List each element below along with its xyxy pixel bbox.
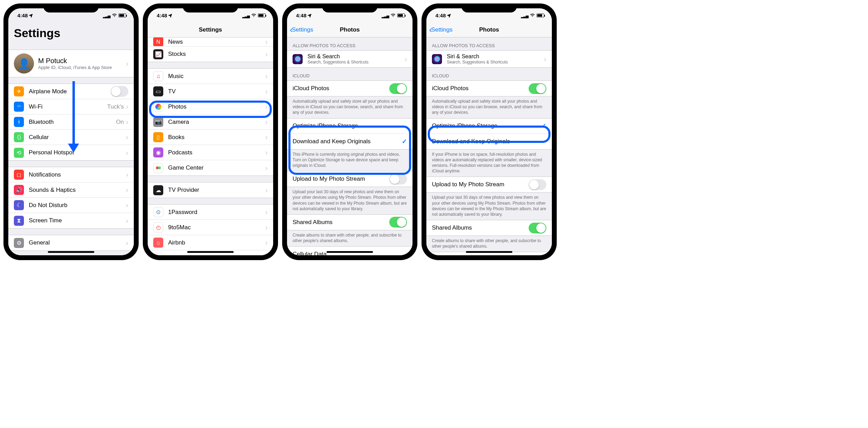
news-row[interactable]: NNews› [148, 37, 273, 46]
download-originals-row[interactable]: Download and Keep Originals✓ [287, 134, 413, 149]
chevron-right-icon: › [126, 186, 128, 194]
airplane-toggle[interactable] [111, 86, 128, 97]
photos-settings-content[interactable]: ALLOW PHOTOS TO ACCESS Siri & SearchSear… [287, 37, 413, 255]
ninetofivemac-row[interactable]: ◴9to5Mac› [148, 220, 273, 235]
row-label: Photos [168, 103, 265, 110]
cellular-icon: ⟨⟩ [14, 132, 24, 142]
books-row[interactable]: ▯Books› [148, 130, 273, 145]
status-time: 4:48 [17, 12, 28, 18]
page-title: Settings [14, 26, 128, 42]
icloud-header: ICLOUD [426, 68, 552, 80]
gamecenter-row[interactable]: Game Center› [148, 160, 273, 176]
general-row[interactable]: ⚙General› [8, 235, 134, 250]
camera-row[interactable]: 📷Camera› [148, 114, 273, 130]
photo-stream-row[interactable]: Upload to My Photo Stream [426, 177, 552, 192]
row-sublabel: Search, Suggestions & Shortcuts [307, 60, 405, 65]
siri-icon [293, 54, 303, 64]
chevron-right-icon: › [265, 38, 268, 46]
siri-icon [432, 54, 442, 64]
photo-stream-toggle[interactable] [389, 174, 407, 185]
row-label: Notifications [29, 171, 126, 178]
row-label: Optimize iPhone Storage [432, 122, 541, 129]
wifi-icon [251, 12, 257, 18]
tv-row[interactable]: ▭TV› [148, 84, 273, 99]
wifi-icon [390, 12, 396, 18]
notch [322, 3, 377, 12]
status-time: 4:48 [435, 12, 446, 18]
icloud-photos-row[interactable]: iCloud Photos [287, 81, 413, 96]
profile-sub: Apple ID, iCloud, iTunes & App Store [38, 65, 126, 70]
photo-stream-toggle[interactable] [529, 179, 546, 190]
chevron-right-icon: › [265, 186, 268, 194]
settings-content[interactable]: Settings 👤 M Potuck Apple ID, iCloud, iT… [8, 22, 134, 255]
airbnb-row[interactable]: ⌂Airbnb› [148, 235, 273, 250]
home-indicator[interactable] [466, 251, 512, 253]
chevron-right-icon: › [126, 118, 128, 126]
photostream-footer: Upload your last 30 days of new photos a… [287, 187, 413, 214]
optimize-storage-row[interactable]: Optimize iPhone Storage [287, 119, 413, 134]
moon-icon: ☾ [14, 200, 24, 210]
sounds-icon: 🔊 [14, 185, 24, 195]
chevron-right-icon: › [126, 103, 128, 111]
photos-row[interactable]: Photos› [148, 99, 273, 114]
shared-albums-toggle[interactable] [389, 217, 407, 228]
settings-content[interactable]: NNews› 📈Stocks› ♫Music› ▭TV› Photos› 📷Ca… [148, 37, 273, 255]
siri-search-row[interactable]: Siri & SearchSearch, Suggestions & Short… [287, 51, 413, 67]
shared-albums-toggle[interactable] [529, 223, 546, 233]
tvprovider-icon: ☁ [153, 185, 163, 195]
chevron-right-icon: › [126, 217, 128, 225]
photo-stream-row[interactable]: Upload to My Photo Stream [287, 171, 413, 187]
row-label: Airbnb [168, 239, 265, 246]
row-label: Do Not Disturb [29, 202, 126, 209]
chevron-right-icon: › [265, 72, 268, 80]
photos-settings-content[interactable]: ALLOW PHOTOS TO ACCESS Siri & SearchSear… [426, 37, 552, 255]
icloud-photos-toggle[interactable] [389, 83, 407, 94]
row-label: Upload to My Photo Stream [432, 181, 529, 188]
back-button[interactable]: ‹Settings [429, 26, 452, 34]
navbar-title: Photos [479, 26, 499, 33]
row-label: General [29, 239, 126, 246]
bluetooth-icon: ᚼ [14, 117, 24, 127]
onepassword-row[interactable]: ⊙1Password› [148, 205, 273, 220]
row-label: Download and Keep Originals [293, 138, 402, 145]
row-label: TV Provider [168, 187, 265, 194]
download-originals-row[interactable]: Download and Keep Originals [426, 134, 552, 149]
stocks-icon: 📈 [153, 49, 163, 59]
home-indicator[interactable] [327, 251, 373, 253]
stocks-row[interactable]: 📈Stocks› [148, 46, 273, 62]
chevron-right-icon: › [265, 133, 268, 141]
chevron-right-icon: › [265, 50, 268, 58]
back-button[interactable]: ‹Settings [290, 26, 313, 34]
camera-icon: 📷 [153, 117, 163, 127]
sounds-row[interactable]: 🔊Sounds & Haptics› [8, 182, 134, 198]
chevron-right-icon: › [544, 55, 546, 63]
battery-icon [119, 14, 126, 17]
notifications-row[interactable]: ◻Notifications› [8, 167, 134, 182]
siri-search-row[interactable]: Siri & SearchSearch, Suggestions & Short… [426, 51, 552, 67]
tvprovider-row[interactable]: ☁TV Provider› [148, 182, 273, 198]
chevron-right-icon: › [265, 254, 268, 255]
shared-footer: Create albums to share with other people… [426, 236, 552, 252]
ninetofive-icon: ◴ [153, 222, 163, 232]
music-row[interactable]: ♫Music› [148, 69, 273, 84]
dnd-row[interactable]: ☾Do Not Disturb› [8, 198, 134, 213]
home-indicator[interactable] [48, 251, 94, 253]
optimize-storage-row[interactable]: Optimize iPhone Storage✓ [426, 119, 552, 134]
podcasts-row[interactable]: ◉Podcasts› [148, 145, 273, 160]
back-label: Settings [292, 26, 313, 33]
screentime-row[interactable]: ⧗Screen Time› [8, 213, 134, 228]
phone-screen-3: 4:48➤ ‹Settings Photos ALLOW PHOTOS TO A… [287, 8, 413, 255]
podcasts-icon: ◉ [153, 147, 163, 157]
chevron-right-icon: › [126, 133, 128, 141]
notch [461, 3, 517, 12]
battery-icon [258, 14, 266, 17]
notch [183, 3, 238, 12]
icloud-photos-toggle[interactable] [529, 83, 546, 94]
shared-albums-row[interactable]: Shared Albums [426, 220, 552, 236]
row-label: Optimize iPhone Storage [293, 122, 407, 129]
shared-albums-row[interactable]: Shared Albums [287, 215, 413, 230]
icloud-photos-row[interactable]: iCloud Photos [426, 81, 552, 96]
apple-id-row[interactable]: 👤 M Potuck Apple ID, iCloud, iTunes & Ap… [8, 50, 134, 77]
home-indicator[interactable] [187, 251, 234, 253]
row-label: Stocks [168, 51, 265, 58]
